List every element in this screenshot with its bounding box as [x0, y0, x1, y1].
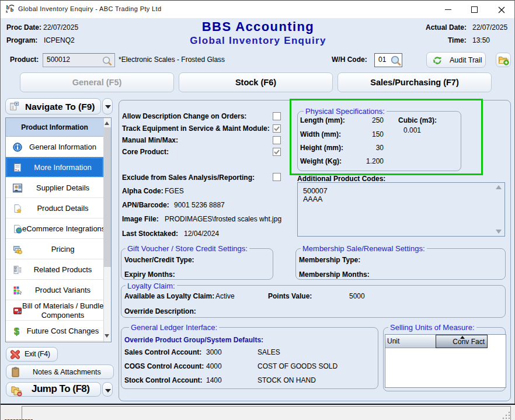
svg-text:+: + [18, 168, 20, 171]
svg-text:b: b [11, 6, 14, 13]
svg-text:$: $ [14, 327, 19, 336]
svg-text:s: s [6, 9, 8, 13]
